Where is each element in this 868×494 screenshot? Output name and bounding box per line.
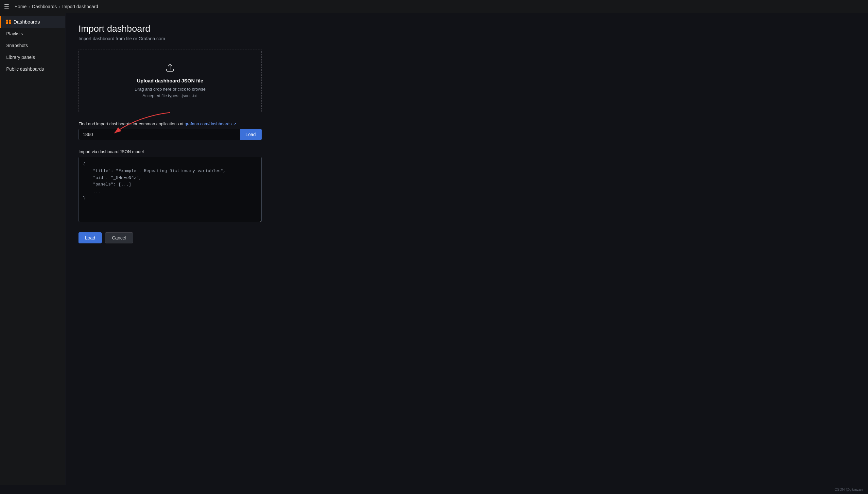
import-row: Load [78, 129, 262, 140]
json-model-section: Import via dashboard JSON model [78, 149, 262, 223]
sidebar-item-playlists[interactable]: Playlists [0, 28, 65, 40]
breadcrumb: Home › Dashboards › Import dashboard [14, 4, 98, 9]
breadcrumb-home[interactable]: Home [14, 4, 26, 9]
bottom-buttons: Load Cancel [78, 232, 855, 243]
dashboards-icon [6, 20, 11, 24]
load-button[interactable]: Load [78, 232, 102, 243]
page-title: Import dashboard [78, 23, 855, 34]
upload-icon [165, 62, 175, 73]
page-subtitle: Import dashboard from file or Grafana.co… [78, 36, 855, 41]
sidebar-dashboards-label: Dashboards [14, 19, 40, 24]
upload-desc-line2: Accepted file types: .json, .txt [85, 93, 255, 99]
load-inline-button[interactable]: Load [240, 129, 262, 140]
grafana-dashboards-link[interactable]: grafana.com/dashboards ↗ [185, 121, 236, 126]
grid-icon [6, 20, 11, 24]
sidebar-item-snapshots[interactable]: Snapshots [0, 40, 65, 51]
grafana-id-input[interactable] [78, 129, 240, 140]
sidebar: Dashboards Playlists Snapshots Library p… [0, 13, 65, 485]
main-layout: Dashboards Playlists Snapshots Library p… [0, 13, 868, 485]
sidebar-item-library-panels[interactable]: Library panels [0, 51, 65, 63]
public-dashboards-label: Public dashboards [6, 66, 44, 72]
upload-icon-wrap [85, 62, 255, 74]
upload-title: Upload dashboard JSON file [85, 78, 255, 83]
cancel-button[interactable]: Cancel [105, 232, 133, 243]
breadcrumb-current: Import dashboard [62, 4, 98, 9]
library-panels-label: Library panels [6, 55, 35, 60]
snapshots-label: Snapshots [6, 43, 28, 48]
upload-box[interactable]: Upload dashboard JSON file Drag and drop… [78, 49, 262, 112]
footer-text: CSDN @gitxuzan [835, 488, 863, 491]
breadcrumb-dashboards[interactable]: Dashboards [32, 4, 57, 9]
playlists-label: Playlists [6, 31, 23, 36]
grafana-link-text: grafana.com/dashboards [185, 121, 232, 126]
import-label-text: Find and import dashboards for common ap… [78, 121, 185, 126]
import-grafana-section: Find and import dashboards for common ap… [78, 121, 262, 140]
json-model-textarea[interactable] [78, 157, 262, 222]
upload-desc-line1: Drag and drop here or click to browse [85, 86, 255, 93]
json-model-label: Import via dashboard JSON model [78, 149, 262, 154]
menu-icon[interactable]: ☰ [4, 3, 9, 10]
content-area: Import dashboard Import dashboard from f… [65, 13, 868, 485]
sidebar-item-public-dashboards[interactable]: Public dashboards [0, 63, 65, 75]
import-grafana-label: Find and import dashboards for common ap… [78, 121, 262, 126]
topbar: ☰ Home › Dashboards › Import dashboard [0, 0, 868, 13]
external-link-icon: ↗ [233, 121, 236, 126]
footer: CSDN @gitxuzan [0, 485, 868, 494]
sidebar-item-dashboards[interactable]: Dashboards [0, 16, 65, 28]
breadcrumb-sep-1: › [28, 4, 30, 9]
breadcrumb-sep-2: › [59, 4, 60, 9]
